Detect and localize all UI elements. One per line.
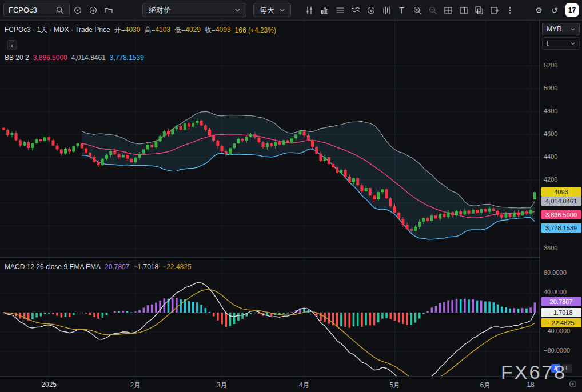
macd-tick: 80.0000 (544, 269, 567, 276)
currency-value: MYR (547, 25, 562, 33)
quote-dot-icon[interactable] (70, 2, 85, 18)
sliders-icon[interactable] (301, 2, 317, 18)
rows-icon[interactable] (332, 2, 348, 18)
price-tick: 5200 (544, 62, 557, 69)
open-value: 4030 (125, 26, 141, 34)
bb-basis-value: 3,896.5000 (33, 54, 67, 62)
toolbar-icon-group: e T (301, 2, 517, 18)
time-label: 3月 (212, 381, 232, 390)
currency-dropdown[interactable]: MYR (542, 23, 580, 35)
symbol-search-input[interactable]: FCPOc3 (3, 3, 70, 17)
log-scale-button[interactable]: L (563, 364, 572, 373)
interval-dropdown[interactable]: 每天 (253, 3, 291, 17)
indicator-e-icon[interactable]: e (363, 2, 378, 18)
legend-title: FCPOc3 · 1天 · MDX · Trade Price (5, 25, 110, 35)
close-label: 收= (205, 26, 216, 34)
bb-upper-tag: 4,014.8461 (541, 197, 581, 206)
last-price-tag: 4093 (541, 187, 581, 197)
macd-line-tag: −1.7018 (541, 308, 581, 317)
zoom-out-icon[interactable] (425, 2, 440, 18)
columns-icon[interactable] (378, 2, 394, 18)
macd-legend[interactable]: MACD 12 26 close 9 EMA EMA 20.7807 −1.70… (5, 263, 192, 271)
zoom-in-icon[interactable] (409, 2, 425, 18)
price-scale[interactable]: MYR t A L 520050004800460044004200360080… (539, 21, 582, 376)
open-label: 开= (114, 26, 125, 34)
interval-value: 每天 (260, 5, 274, 15)
price-tick: 4800 (544, 107, 557, 114)
bb-basis-tag: 3,896.5000 (541, 210, 581, 219)
collapse-legend-button[interactable]: ‹ (7, 40, 17, 50)
time-label: 18 (520, 381, 541, 389)
macd-line-value: −1.7018 (133, 263, 158, 271)
chevron-down-icon (571, 28, 575, 31)
close-value: 4093 (216, 26, 231, 34)
price-tick: 3600 (544, 245, 557, 251)
text-tool-icon[interactable]: T (394, 2, 409, 18)
scroll-to-now-icon[interactable] (568, 379, 577, 389)
macd-tick: −40.0000 (544, 327, 570, 334)
macd-pane[interactable]: MACD 12 26 close 9 EMA EMA 20.7807 −1.70… (0, 257, 539, 377)
search-icon (55, 6, 65, 15)
toolbar-right-group: ⚙ ↺ 17 (531, 2, 579, 18)
low-label: 低= (174, 26, 185, 34)
table-icon[interactable] (440, 2, 456, 18)
time-label: 4月 (294, 381, 314, 390)
trading-app: FCPOc3 绝对价 每天 (0, 0, 582, 392)
top-toolbar: FCPOc3 绝对价 每天 (0, 0, 582, 21)
macd-hist-tag: 20.7807 (541, 297, 581, 306)
panes-icon[interactable] (471, 2, 487, 18)
chevron-down-icon (280, 9, 285, 12)
reset-chart-icon[interactable]: ↺ (547, 2, 562, 18)
high-label: 高= (144, 26, 155, 34)
high-value: 4103 (155, 26, 170, 34)
waves-icon[interactable] (348, 2, 363, 18)
svg-text:e: e (369, 7, 372, 13)
new-chart-icon[interactable] (487, 2, 502, 18)
unit-dropdown[interactable]: t (542, 37, 580, 50)
bb-lower-value: 3,778.1539 (110, 54, 144, 62)
more-icon[interactable] (502, 2, 517, 18)
symbol-legend[interactable]: FCPOc3 · 1天 · MDX · Trade Price 开=4030 高… (5, 25, 276, 35)
macd-signal-tag: −22.4825 (541, 318, 581, 327)
price-chart-pane[interactable]: FCPOc3 · 1天 · MDX · Trade Price 开=4030 高… (0, 21, 539, 257)
price-mode-value: 绝对价 (149, 5, 171, 15)
time-label: 2月 (125, 381, 146, 390)
bb-upper-value: 4,014.8461 (71, 54, 106, 62)
price-tick: 4400 (544, 153, 557, 160)
add-symbol-icon[interactable] (85, 2, 101, 18)
time-label: 6月 (475, 381, 496, 390)
chevron-down-icon (571, 42, 575, 45)
change-value: 166 (+4.23%) (235, 26, 276, 34)
auto-scale-button[interactable]: A (551, 364, 560, 373)
bb-lower-tag: 3,778.1539 (541, 223, 581, 233)
time-axis[interactable]: 20252月3月4月5月6月18 (0, 376, 582, 392)
bar-chart-icon[interactable] (317, 2, 332, 18)
chevron-down-icon (235, 9, 240, 12)
macd-tick: 40.0000 (544, 289, 567, 295)
time-label: 2025 (39, 381, 59, 389)
bb-label: BB 20 2 (5, 54, 29, 62)
unit-value: t (547, 39, 548, 47)
price-tick: 4600 (544, 130, 557, 137)
macd-label: MACD 12 26 close 9 EMA EMA (5, 263, 101, 271)
price-mode-dropdown[interactable]: 绝对价 (142, 3, 246, 17)
price-tick: 5000 (544, 85, 557, 91)
price-tick: 4200 (544, 176, 557, 183)
settings-icon[interactable]: ⚙ (531, 2, 547, 18)
layout-icon[interactable] (456, 2, 471, 18)
symbol-text: FCPOc3 (9, 6, 37, 14)
time-label: 5月 (385, 381, 405, 390)
bb-legend[interactable]: BB 20 2 3,896.5000 4,014.8461 3,778.1539 (5, 54, 144, 62)
low-value: 4029 (185, 26, 201, 34)
folder-icon[interactable] (101, 2, 116, 18)
macd-chart[interactable] (0, 258, 539, 377)
macd-tick: −80.0000 (544, 347, 570, 354)
macd-hist-value: 20.7807 (105, 263, 129, 271)
tradingview-logo[interactable]: 17 (565, 3, 579, 17)
macd-signal-value: −22.4825 (162, 263, 191, 271)
